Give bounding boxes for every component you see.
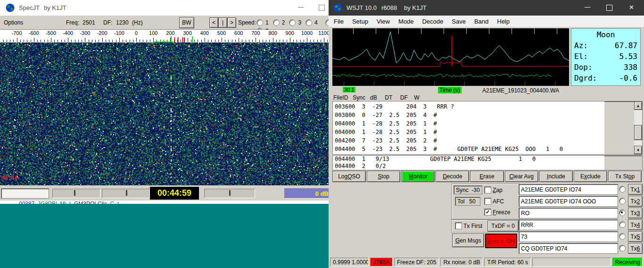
avg-decode-output[interactable]: 004400 1 9/13 GD0TEP A21EME KG25 1 00044… <box>332 155 643 170</box>
tx-stop-button[interactable]: Tx Stop <box>608 171 642 182</box>
clipped-fragment-2: GM3POI Clic <box>74 201 107 204</box>
wsjt-minimize-button[interactable]: — <box>585 4 590 10</box>
speed-radio-3[interactable] <box>289 19 296 26</box>
df-unit: (Hz) <box>132 19 143 26</box>
tx5-message-field[interactable]: 73 <box>519 231 618 242</box>
txdf-button[interactable]: TxDF = 0 <box>487 220 519 232</box>
df-value: 1230 <box>116 19 129 26</box>
slider-2-handle[interactable] <box>126 190 127 196</box>
tx6-message-text: CQ GD0TEP IO74 <box>521 245 567 252</box>
menu-help[interactable]: Help <box>493 16 514 27</box>
menu-save[interactable]: Save <box>447 16 470 27</box>
statusbar-freeze-df: Freeze DF: 205 <box>394 258 439 267</box>
monitor-button[interactable]: Monitor <box>401 171 435 182</box>
tx2-radio[interactable] <box>619 198 626 204</box>
tol-box[interactable]: Tol 50 <box>455 197 480 206</box>
moon-info-panel: Moon Az:67.87El:5.53Dop:338Dgrd:-0.6 <box>571 28 641 86</box>
scroll-left-button[interactable]: < <box>209 17 218 28</box>
log-qso-button[interactable]: Log QSO <box>332 171 366 182</box>
tx4-radio[interactable] <box>619 221 626 228</box>
slider-3[interactable] <box>204 189 255 198</box>
auto-button[interactable]: Auto is ON <box>485 234 517 248</box>
menu-file[interactable]: File <box>330 16 348 27</box>
exclude-button[interactable]: Exclude <box>574 171 607 182</box>
statusbar-spacer <box>532 258 611 267</box>
decode-row: 004200 7 -23 2.5 205 2 # <box>333 136 604 145</box>
speed-option-4: 4 <box>305 19 318 26</box>
menu-band[interactable]: Band <box>470 16 493 27</box>
tx3-button[interactable]: Tx3 <box>628 208 643 218</box>
menu-mode[interactable]: Mode <box>394 16 418 27</box>
options-menu[interactable]: Options <box>4 19 23 26</box>
tx4-message-field[interactable]: RRR <box>519 219 618 230</box>
scroll-up-arrow[interactable]: ▲ <box>634 101 642 110</box>
speed-radio-4[interactable] <box>305 19 312 26</box>
scroll-right-button[interactable]: > <box>227 17 236 28</box>
scroll-track[interactable] <box>634 110 642 146</box>
moon-row: Az:67.87 <box>574 40 637 51</box>
decode-button[interactable]: Decode <box>436 171 469 182</box>
freeze-label: Freeze <box>493 209 510 216</box>
menu-setup[interactable]: Setup <box>348 16 372 27</box>
tx6-button[interactable]: Tx6 <box>628 243 643 254</box>
afc-checkbox[interactable] <box>484 198 491 205</box>
avg-filler <box>604 156 642 170</box>
scroll-thumb[interactable] <box>634 125 642 140</box>
decode-output[interactable]: 003600 3 -29 204 3 RRR ?003800 0 -27 2.5… <box>332 101 643 155</box>
erase-button[interactable]: Erase <box>470 171 504 182</box>
tx3-radio[interactable] <box>619 209 626 216</box>
include-button[interactable]: Include <box>539 171 573 182</box>
scroll-down-arrow[interactable]: ▼ <box>634 146 642 154</box>
specjt-title: SpecJT <box>19 4 40 11</box>
tx1-message-field[interactable]: A21EME GD0TEP IO74 <box>519 184 618 195</box>
wsjt-titlebar[interactable]: WSJT 10.0 r6088 by K1JT — ✕ <box>329 0 644 16</box>
action-button-row: Log QSOStopMonitorDecodeEraseClear AvgIn… <box>332 171 642 182</box>
scroll-center-button[interactable]: | <box>218 17 227 28</box>
frequency-scale[interactable]: -700-600-500-400-300-200-100010020030040… <box>0 29 329 43</box>
moon-rows: Az:67.87El:5.53Dop:338Dgrd:-0.6 <box>574 40 637 84</box>
slider-2[interactable] <box>102 189 150 198</box>
stop-button[interactable]: Stop <box>367 171 400 182</box>
specjt-app-icon <box>6 3 15 12</box>
speed-radio-2[interactable] <box>273 19 280 26</box>
tx6-radio[interactable] <box>619 245 626 251</box>
tx-first-checkbox[interactable] <box>455 222 462 229</box>
speed-radio-1[interactable] <box>256 19 263 26</box>
zap-checkbox[interactable] <box>484 186 491 193</box>
tx5-button[interactable]: Tx5 <box>628 231 643 242</box>
tx2-button[interactable]: Tx2 <box>628 196 643 207</box>
menu-decode[interactable]: Decode <box>418 16 447 27</box>
specjt-titlebar[interactable]: SpecJT by K1JT — <box>0 0 329 16</box>
slider-1-handle[interactable] <box>74 190 75 196</box>
slider-3-handle[interactable] <box>229 190 231 196</box>
decode-rows: 003600 3 -29 204 3 RRR ?003800 0 -27 2.5… <box>333 101 604 154</box>
moon-row-label: El: <box>574 51 588 62</box>
tx3-message-field[interactable]: RO <box>519 208 618 218</box>
slider-1[interactable] <box>52 189 100 198</box>
bw-button[interactable]: BW <box>179 17 194 28</box>
wsjt-maximize-button[interactable] <box>606 5 612 11</box>
tx5-radio[interactable] <box>619 233 626 240</box>
freeze-checkbox[interactable]: ✓ <box>484 209 491 216</box>
specjt-maximize-button[interactable] <box>319 5 325 11</box>
tx6-message-field[interactable]: CQ GD0TEP IO74 <box>519 243 618 254</box>
tx1-button[interactable]: Tx1 <box>628 184 643 195</box>
tx1-radio[interactable] <box>619 186 626 193</box>
specjt-minimize-button[interactable]: — <box>298 4 304 10</box>
menu-view[interactable]: View <box>372 16 394 27</box>
gen-msgs-button[interactable]: Gen Msgs <box>452 234 484 247</box>
wsjt-close-button[interactable]: ✕ <box>629 4 634 11</box>
sync-box[interactable]: Sync -30 <box>454 185 482 194</box>
wsjt-menubar: FileSetupViewModeDecodeSaveBandHelp <box>329 16 644 27</box>
speed-value-3: 3 <box>298 19 301 26</box>
clear-avg-button[interactable]: Clear Avg <box>505 171 538 182</box>
tx4-button[interactable]: Tx4 <box>628 219 643 230</box>
tx1-message-text: A21EME GD0TEP IO74 <box>521 186 581 193</box>
waterfall-time-marker: 00:44 <box>2 175 17 181</box>
tx2-message-field[interactable]: A21EME GD0TEP IO74 OOO <box>519 196 618 207</box>
decode-row: 004400 5 -23 2.5 205 3 # GD0TEP A21EME K… <box>333 145 604 153</box>
waterfall-display[interactable] <box>0 42 329 185</box>
tx-first-label: Tx First <box>463 223 482 229</box>
decode-scrollbar[interactable]: ▲ ▼ <box>634 101 642 154</box>
sync-value: Sync -30 <box>456 187 480 193</box>
